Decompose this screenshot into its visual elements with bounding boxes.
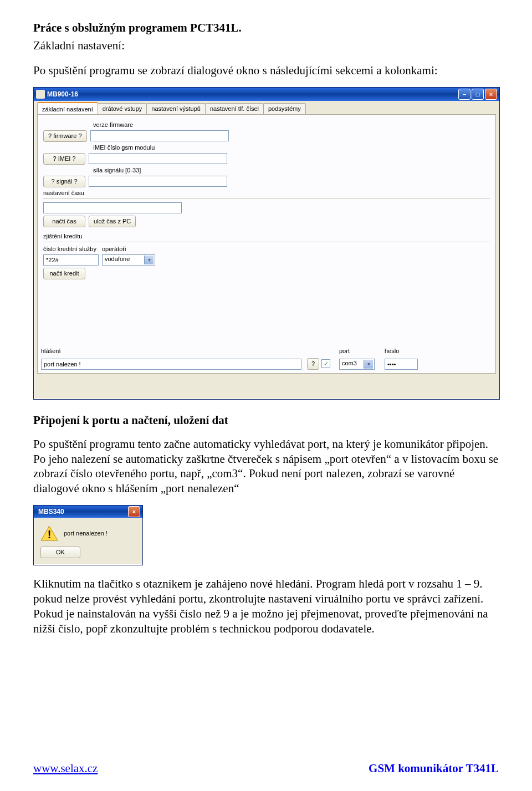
intro-body: Po spuštění programu se zobrazí dialogov… [33,63,499,78]
ksl-label: číslo kreditní služby [43,246,99,252]
app-window: MB900-16 – □ × základní nastavení drátov… [33,87,500,400]
app-title: MB900-16 [47,90,458,98]
port-search-button[interactable]: ? [307,358,319,370]
operator-label: operátoři [102,246,126,252]
window-maximize-button[interactable]: □ [472,89,484,100]
warning-icon: ! [40,525,58,541]
time-field[interactable] [43,202,182,213]
section-search-body: Kliknutím na tlačítko s otazníkem je zah… [33,576,499,636]
hlaseni-field[interactable] [41,359,301,370]
alert-titlebar: MBS340 × [34,506,142,518]
app-titlebar: MB900-16 – □ × [34,88,499,101]
imei-button[interactable]: ? IMEI ? [43,153,85,165]
imei-field[interactable] [89,153,227,164]
tab-dratove-vstupy[interactable]: drátové vstupy [98,103,147,114]
imei-label: IMEI číslo gsm modulu [93,144,155,151]
heslo-label: heslo [385,348,399,354]
hlaseni-label: hlášení [41,348,301,354]
alert-message: port nenalezen ! [64,530,108,537]
window-close-button[interactable]: × [485,89,497,100]
footer-bar: hlášení ? ✓ port com3 heslo [41,348,492,370]
operator-select[interactable]: vodafone [102,254,155,266]
tab-nastaveni-vystupu[interactable]: nastavení výstupů [146,103,206,114]
time-save-button[interactable]: ulož čas z PC [89,216,136,227]
operator-value: vodafone [105,256,130,262]
page-title: Práce s obslužným programem PCT341L. [33,21,499,35]
tabs-bar: základní nastavení drátové vstupy nastav… [37,103,499,114]
tab-zakladni-nastaveni[interactable]: základní nastavení [37,102,98,114]
svg-text:!: ! [48,528,52,540]
signal-field[interactable] [89,176,227,187]
footer-product: GSM komunikátor T341L [369,762,499,775]
firmware-label: verze firmware [93,121,133,128]
port-label: port [339,348,350,354]
port-open-checkbox[interactable]: ✓ [321,359,330,368]
time-read-button[interactable]: načti čas [43,216,85,227]
section-connection-title: Připojení k portu a načtení, uložení dat [33,413,499,428]
signal-button[interactable]: ? signál ? [43,176,85,187]
footer-url[interactable]: www.selax.cz [33,762,98,775]
section-connection-body: Po spuštění programu tento začne automat… [33,437,499,497]
alert-title: MBS340 [36,508,128,516]
tab-nastaveni-tlf-cisel[interactable]: nastavení tlf. čísel [205,103,264,114]
app-icon [36,90,45,99]
kredit-label: zjištění kreditu [43,233,82,239]
intro-label: Základní nastavení: [33,38,499,53]
signal-label: síla signálu [0-33] [93,167,141,173]
port-select[interactable]: com3 [339,359,375,370]
firmware-button[interactable]: ? firmware ? [43,130,87,142]
firmware-field[interactable] [90,130,229,141]
alert-close-button[interactable]: × [128,506,140,517]
heslo-field[interactable] [385,359,418,370]
tab-body: verze firmware ? firmware ? IMEI číslo g… [37,114,496,374]
kredit-button[interactable]: načti kredit [43,268,85,279]
window-minimize-button[interactable]: – [458,89,470,100]
time-label: nastavení času [43,190,84,196]
port-value: com3 [342,360,357,366]
tab-podsystemy[interactable]: podsystémy [263,103,306,114]
ksl-field[interactable] [43,254,99,266]
page-footer: www.selax.cz GSM komunikátor T341L [33,762,499,775]
alert-dialog: MBS340 × ! port nenalezen ! OK [33,505,143,565]
alert-ok-button[interactable]: OK [40,547,80,558]
